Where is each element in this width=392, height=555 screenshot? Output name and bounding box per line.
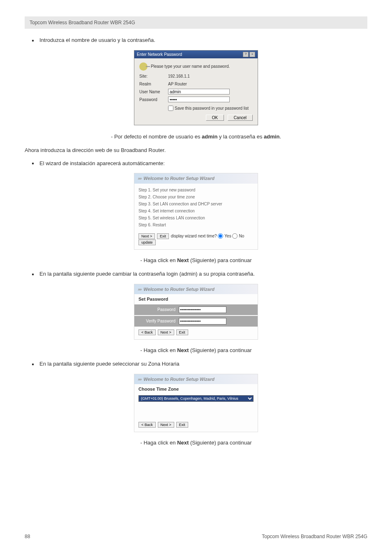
key-icon	[139, 62, 148, 71]
display-next-time-label: display wizard next time?	[171, 234, 217, 238]
wiz3-back-button[interactable]: < Back	[138, 422, 156, 428]
doc-header: Topcom Wireless Broadband Router WBR 254…	[25, 16, 367, 29]
wizard-step-3: Step 3. Set LAN connection and DHCP serv…	[138, 201, 254, 207]
footer-product: Topcom Wireless Broadband Router WBR 254…	[262, 533, 367, 540]
close-icon[interactable]: ×	[249, 52, 255, 57]
wizard-banner: ›››››Welcome to Router Setup Wizard	[134, 173, 258, 184]
wiz2-next-button[interactable]: Next >	[158, 329, 174, 335]
wizard-timezone: ›››››Welcome to Router Setup Wizard Choo…	[134, 374, 258, 432]
username-input[interactable]	[168, 89, 230, 94]
wiz2-exit-button[interactable]: Exit	[176, 329, 188, 335]
password-input[interactable]	[168, 97, 230, 102]
network-password-dialog: Enter Network Password ? × Please type y…	[134, 50, 258, 125]
wiz2-back-button[interactable]: < Back	[138, 329, 156, 335]
bullet-1: Introduzca el nombre de usuario y la con…	[32, 36, 367, 44]
wiz3-next-button[interactable]: Next >	[158, 422, 174, 428]
save-password-checkbox[interactable]	[168, 106, 173, 111]
chevrons-icon: ›››››	[138, 377, 141, 382]
dialog-prompt: Please type your user name and password.	[151, 63, 230, 69]
wiz-password-input[interactable]	[179, 306, 226, 313]
page-number: 88	[25, 533, 30, 540]
click-next-note-3: - Haga click en Next (Siguiente) para co…	[25, 439, 367, 447]
wizard-exit-button[interactable]: Exit	[157, 233, 169, 239]
wizard-step-4: Step 4. Set internet connection	[138, 208, 254, 214]
page-footer: 88 Topcom Wireless Broadband Router WBR …	[25, 533, 367, 540]
timezone-select[interactable]: (GMT+01:00) Brussels, Copenhagen, Madrid…	[138, 395, 254, 402]
realm-label: Realm	[139, 81, 168, 87]
update-button[interactable]: update	[138, 240, 156, 245]
enter-url-text: Ahora introduzca la dirección web de su …	[25, 146, 367, 154]
wizard-banner-2: ›››››Welcome to Router Setup Wizard	[134, 284, 258, 295]
chevrons-icon: ›››››	[138, 287, 141, 292]
wiz-verify-input[interactable]	[179, 318, 226, 325]
wizard-set-password: ›››››Welcome to Router Setup Wizard Set …	[134, 284, 258, 340]
wizard-step-2: Step 2. Choose your time zone	[138, 194, 254, 200]
display-yes-radio[interactable]	[218, 233, 223, 239]
dialog-title-text: Enter Network Password	[137, 51, 182, 58]
bullet-4: En la pantalla siguiente puede seleccion…	[32, 360, 367, 368]
dialog-titlebar: Enter Network Password ? ×	[134, 51, 258, 58]
wizard-step-1: Step 1. Set your new password	[138, 187, 254, 193]
site-label: Site:	[139, 73, 168, 79]
save-password-label: Save this password in your password list	[175, 106, 249, 111]
click-next-note-1: - Haga click en Next (Siguiente) para co…	[25, 256, 367, 265]
wiz3-exit-button[interactable]: Exit	[176, 422, 188, 428]
wiz-password-label: Password	[138, 306, 179, 313]
help-icon[interactable]: ?	[243, 52, 249, 57]
wizard-step-6: Step 6. Restart	[138, 222, 254, 228]
set-password-title: Set Password	[134, 294, 258, 304]
site-value: 192.168.1.1	[168, 73, 253, 79]
cancel-button[interactable]: Cancel	[228, 115, 253, 121]
bullet-2: El wizard de instalación aparecerá autom…	[32, 159, 367, 168]
display-no-radio[interactable]	[232, 233, 238, 239]
username-label: User Name	[139, 89, 168, 95]
chevrons-icon: ›››››	[138, 176, 141, 181]
bullet-3: En la pantalla siguiente puede cambiar l…	[32, 270, 367, 278]
click-next-note-2: - Haga click en Next (Siguiente) para co…	[25, 346, 367, 355]
wiz-verify-label: Verify Password	[138, 318, 179, 324]
wizard-step-5: Step 5. Set wireless LAN connection	[138, 215, 254, 221]
realm-value: AP Router	[168, 81, 253, 87]
default-credentials-note: - Por defecto el nombre de usuario es ad…	[25, 133, 367, 141]
choose-timezone-title: Choose Time Zone	[134, 384, 258, 394]
ok-button[interactable]: OK	[206, 115, 224, 121]
wizard-banner-3: ›››››Welcome to Router Setup Wizard	[134, 374, 258, 385]
password-label: Password	[139, 97, 168, 103]
wizard-welcome: ›››››Welcome to Router Setup Wizard Step…	[134, 173, 258, 250]
wizard-next-button[interactable]: Next >	[138, 233, 155, 239]
